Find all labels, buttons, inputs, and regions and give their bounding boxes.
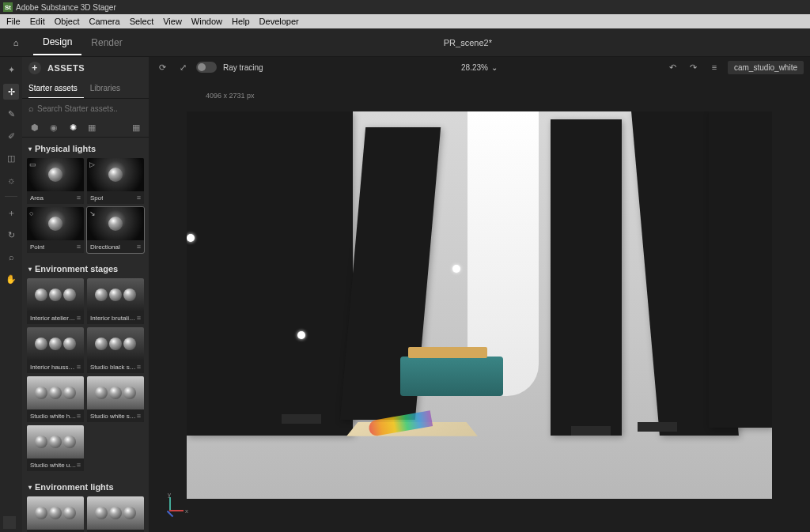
menu-object[interactable]: Object xyxy=(50,15,85,28)
section-environment-stages[interactable]: ▾ Environment stages xyxy=(22,258,149,277)
settings-icon[interactable]: ≡ xyxy=(77,363,81,371)
dolly-icon[interactable]: ⤢ xyxy=(176,60,190,74)
chevron-down-icon: ▾ xyxy=(28,484,32,491)
asset-env-stage[interactable]: Studio white ha...≡ xyxy=(27,376,84,422)
tab-render[interactable]: Render xyxy=(81,31,131,55)
settings-icon[interactable]: ≡ xyxy=(137,363,141,371)
asset-env-stage[interactable]: Studio white um...≡ xyxy=(27,425,84,471)
orbit-icon[interactable]: ⟳ xyxy=(155,60,169,74)
tool-strip: ✦ ✢ ✎ ✐ ◫ ☼ ＋ ↻ ⌕ ✋ xyxy=(0,57,22,532)
settings-icon[interactable]: ≡ xyxy=(77,194,81,202)
settings-icon[interactable]: ≡ xyxy=(137,314,141,322)
3d-viewport-canvas[interactable] xyxy=(187,111,772,499)
scene-flag-panel xyxy=(709,111,772,428)
plus-tool-icon[interactable]: ＋ xyxy=(3,205,19,221)
axis-gizmo[interactable]: y x xyxy=(163,494,187,518)
tab-libraries[interactable]: Libraries xyxy=(90,79,127,98)
hand-tool-icon[interactable]: ✋ xyxy=(3,271,19,287)
menu-camera[interactable]: Camera xyxy=(85,15,125,28)
wand-tool-icon[interactable]: ✎ xyxy=(3,106,19,122)
move-tool-icon[interactable]: ✢ xyxy=(3,84,19,100)
settings-icon[interactable]: ≡ xyxy=(77,314,81,322)
asset-env-stage[interactable]: Interior haussm...≡ xyxy=(27,327,84,373)
raytracing-toggle[interactable] xyxy=(196,62,217,73)
asset-label: Studio white so... xyxy=(90,413,137,420)
menu-help[interactable]: Help xyxy=(227,15,255,28)
filter-light-icon[interactable]: ✺ xyxy=(66,121,79,134)
asset-env-stage[interactable]: Studio white so...≡ xyxy=(87,376,144,422)
menu-developer[interactable]: Developer xyxy=(255,15,304,28)
camera-next-icon[interactable]: ↷ xyxy=(687,60,701,74)
search-input[interactable] xyxy=(37,104,142,113)
asset-directional-light[interactable]: ↘ Directional≡ xyxy=(87,207,144,253)
asset-label: Studio white um... xyxy=(30,462,77,469)
scene-flag-panel xyxy=(551,119,622,436)
tab-design[interactable]: Design xyxy=(33,30,81,55)
assets-add-icon[interactable]: + xyxy=(28,62,41,74)
menubar: File Edit Object Camera Select View Wind… xyxy=(0,14,810,28)
view-grid-icon[interactable]: ▦ xyxy=(130,121,142,134)
camera-list-icon[interactable]: ≡ xyxy=(707,60,721,74)
canvas-container: 4096 x 2731 px xyxy=(149,77,810,532)
app-title: Adobe Substance 3D Stager xyxy=(16,3,116,12)
light-gizmo[interactable] xyxy=(187,234,195,242)
assets-header: + ASSETS xyxy=(22,57,149,79)
camera-selector[interactable]: cam_studio_white xyxy=(728,61,804,74)
asset-label: Studio white ha... xyxy=(30,413,77,420)
zoom-tool-icon[interactable]: ⌕ xyxy=(3,249,19,265)
asset-spot-light[interactable]: ▷ Spot≡ xyxy=(87,158,144,204)
filter-globe-icon[interactable]: ◉ xyxy=(47,121,60,134)
menu-view[interactable]: View xyxy=(158,15,187,28)
asset-env-stage[interactable]: Studio black soft...≡ xyxy=(87,327,144,373)
section-physical-lights[interactable]: ▾ Physical lights xyxy=(22,138,149,157)
section-environment-lights[interactable]: ▾ Environment lights xyxy=(22,476,149,495)
section-title: Environment lights xyxy=(35,482,114,492)
asset-label: Studio black soft... xyxy=(90,364,137,371)
asset-env-light[interactable]: Square≡ xyxy=(87,496,144,532)
settings-icon[interactable]: ≡ xyxy=(77,412,81,420)
viewport-toolbar: ⟳ ⤢ Ray tracing 28.23% ⌄ ↶ ↷ ≡ cam_studi… xyxy=(149,57,810,77)
menu-edit[interactable]: Edit xyxy=(25,15,50,28)
camera-prev-icon[interactable]: ↶ xyxy=(666,60,680,74)
light-gizmo[interactable] xyxy=(452,265,460,273)
scene-stand xyxy=(638,422,677,432)
menu-window[interactable]: Window xyxy=(187,15,227,28)
directional-icon: ↘ xyxy=(89,209,96,217)
settings-icon[interactable]: ≡ xyxy=(137,194,141,202)
home-icon[interactable]: ⌂ xyxy=(6,33,25,52)
settings-icon[interactable]: ≡ xyxy=(77,243,81,251)
document-title: PR_scene2* xyxy=(132,38,804,47)
settings-icon[interactable]: ≡ xyxy=(137,412,141,420)
assets-panel: + ASSETS Starter assets Libraries ⌕ ⬢ ◉ … xyxy=(22,57,149,532)
search-row: ⌕ xyxy=(22,99,149,118)
asset-area-light[interactable]: ▭ Area≡ xyxy=(27,158,84,204)
filter-home-icon[interactable]: ⬢ xyxy=(28,121,41,134)
eyedropper-tool-icon[interactable]: ✐ xyxy=(3,128,19,144)
settings-icon[interactable]: ≡ xyxy=(137,243,141,251)
section-title: Environment stages xyxy=(35,264,118,274)
asset-env-light[interactable]: Circle≡ xyxy=(27,496,84,532)
scene-hero-object xyxy=(400,357,503,420)
settings-icon[interactable]: ≡ xyxy=(77,461,81,469)
tab-starter-assets[interactable]: Starter assets xyxy=(28,79,84,98)
asset-label: Point xyxy=(30,243,44,251)
asset-env-stage[interactable]: Interior brutalist...≡ xyxy=(87,278,144,324)
light-tool-icon[interactable]: ☼ xyxy=(3,172,19,188)
light-gizmo[interactable] xyxy=(297,331,305,339)
point-icon: ○ xyxy=(29,209,33,217)
add-tool-icon[interactable]: ✦ xyxy=(3,62,19,77)
zoom-dropdown[interactable]: 28.23% ⌄ xyxy=(461,63,498,72)
chevron-down-icon: ⌄ xyxy=(491,63,498,72)
menu-file[interactable]: File xyxy=(2,15,25,28)
chevron-down-icon: ▾ xyxy=(28,266,32,273)
filter-material-icon[interactable]: ▦ xyxy=(85,121,98,134)
menu-select[interactable]: Select xyxy=(125,15,159,28)
viewport: ⟳ ⤢ Ray tracing 28.23% ⌄ ↶ ↷ ≡ cam_studi… xyxy=(149,57,810,532)
asset-env-stage[interactable]: Interior atelier s...≡ xyxy=(27,278,84,324)
asset-point-light[interactable]: ○ Point≡ xyxy=(27,207,84,253)
panel-toggle-icon[interactable] xyxy=(3,516,16,529)
cube-tool-icon[interactable]: ◫ xyxy=(3,150,19,166)
rotate-tool-icon[interactable]: ↻ xyxy=(3,227,19,243)
search-icon: ⌕ xyxy=(28,104,34,113)
scene-flag-panel xyxy=(187,111,353,436)
